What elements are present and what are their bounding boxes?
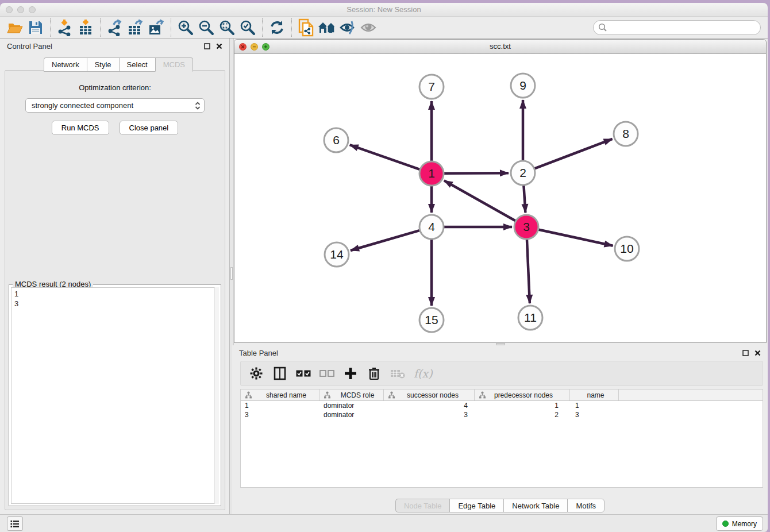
graph-node-label-3: 3: [523, 220, 530, 233]
column-header-successor-nodes[interactable]: successor nodes: [384, 390, 475, 400]
graph-node-label-11: 11: [524, 311, 537, 324]
optimization-criterion-label: Optimization criterion:: [5, 83, 225, 92]
network-canvas[interactable]: 1234678910111415: [234, 54, 766, 342]
tab-edge-table[interactable]: Edge Table: [449, 499, 503, 512]
control-panel: Control Panel Network Style Select MCDS …: [0, 38, 229, 514]
column-header-shared-name[interactable]: shared name: [241, 390, 320, 400]
mcds-result-text[interactable]: 1 3: [11, 287, 219, 504]
tab-network-table[interactable]: Network Table: [503, 499, 567, 512]
float-panel-icon[interactable]: [742, 350, 749, 356]
graph-edge-3-11[interactable]: [527, 239, 530, 303]
attribute-icon: [324, 391, 331, 399]
node-table: shared name MCDS role: [240, 389, 763, 488]
show-columns-button[interactable]: [272, 365, 287, 382]
import-network-icon: [57, 19, 73, 36]
export-image-icon: [148, 19, 165, 36]
status-bar: Memory: [0, 514, 768, 532]
column-header-name[interactable]: name: [570, 390, 619, 400]
function-builder-button: f(x): [414, 367, 433, 380]
export-table-button[interactable]: [125, 18, 146, 37]
column-header-mcds-role[interactable]: MCDS role: [320, 390, 384, 400]
network-window-title: scc.txt: [234, 42, 766, 51]
save-session-button[interactable]: [25, 18, 46, 37]
cell-shared-name[interactable]: 3: [241, 411, 320, 419]
graph-edge-2-3[interactable]: [523, 185, 525, 213]
search-icon: [598, 23, 607, 32]
zoom-selected-button[interactable]: [237, 18, 258, 37]
zoom-selected-icon: [240, 20, 256, 36]
hide-graphics-icon: [339, 20, 356, 35]
select-all-rows-button[interactable]: [296, 365, 311, 382]
cell-successor-nodes[interactable]: 3: [384, 411, 475, 419]
graph-edge-3-1[interactable]: [444, 180, 516, 221]
trash-icon: [368, 367, 380, 380]
run-mcds-button[interactable]: Run MCDS: [52, 121, 109, 135]
memory-label: Memory: [732, 520, 757, 528]
import-network-button[interactable]: [55, 18, 75, 37]
criterion-select[interactable]: strongly connected component: [25, 98, 205, 113]
graph-node-label-14: 14: [330, 248, 344, 261]
search-input[interactable]: [607, 22, 760, 33]
close-panel-icon[interactable]: [216, 43, 222, 49]
column-header-predecessor-nodes[interactable]: predecessor nodes: [475, 390, 570, 400]
zoom-out-button[interactable]: [196, 18, 217, 37]
table-row[interactable]: 1 dominator 4 1 1: [241, 401, 763, 410]
graph-edge-2-8[interactable]: [534, 139, 613, 169]
clone-network-icon: [298, 18, 315, 37]
table-row[interactable]: 3 dominator 3 2 3: [241, 410, 763, 419]
float-panel-icon[interactable]: [204, 43, 210, 49]
tab-network[interactable]: Network: [44, 57, 87, 72]
close-panel-button[interactable]: Close panel: [120, 121, 179, 135]
cell-predecessor-nodes[interactable]: 2: [475, 411, 570, 419]
cell-predecessor-nodes[interactable]: 1: [475, 402, 570, 410]
cell-name[interactable]: 3: [570, 411, 619, 419]
apply-preferred-layout-button[interactable]: [317, 18, 337, 37]
open-file-button[interactable]: [5, 18, 25, 37]
create-column-button[interactable]: [343, 365, 358, 382]
mcds-panel: Optimization criterion: strongly connect…: [5, 70, 225, 510]
graph-node-label-6: 6: [333, 133, 340, 147]
cell-name[interactable]: 1: [570, 402, 619, 410]
export-network-button[interactable]: [105, 18, 125, 37]
toolbar-separator: [100, 18, 101, 37]
search-field[interactable]: [593, 20, 761, 35]
table-header-row: shared name MCDS role: [241, 390, 763, 401]
tab-motifs[interactable]: Motifs: [567, 499, 605, 512]
bird-eye-view-button[interactable]: [358, 18, 379, 37]
result-scrollbar[interactable]: [214, 287, 219, 504]
close-panel-icon[interactable]: [754, 350, 761, 356]
table-panel: Table Panel: [232, 345, 768, 514]
memory-button[interactable]: Memory: [716, 516, 763, 531]
graph-edge-4-14[interactable]: [351, 230, 420, 250]
tab-select[interactable]: Select: [119, 57, 155, 72]
zoom-fit-button[interactable]: [217, 18, 237, 37]
zoom-in-icon: [178, 20, 194, 36]
table-options-button[interactable]: [249, 365, 264, 382]
cell-mcds-role[interactable]: dominator: [320, 402, 384, 410]
graph-edge-3-10[interactable]: [538, 229, 613, 245]
toggle-graphics-details-button[interactable]: [337, 18, 358, 37]
zoom-in-button[interactable]: [175, 18, 196, 37]
network-view-window: scc.txt 1234678910111415: [234, 39, 767, 343]
tab-mcds[interactable]: MCDS: [155, 57, 193, 72]
graph-edge-1-2[interactable]: [444, 173, 509, 174]
toolbar-separator: [291, 18, 292, 37]
delete-column-button[interactable]: [367, 365, 382, 382]
tab-node-table[interactable]: Node Table: [395, 499, 450, 512]
import-table-button[interactable]: [75, 18, 96, 37]
gear-icon: [250, 367, 263, 380]
tab-style[interactable]: Style: [87, 57, 119, 72]
graph-edge-1-6[interactable]: [350, 145, 421, 169]
export-image-button[interactable]: [146, 18, 167, 37]
control-panel-title: Control Panel: [7, 42, 52, 51]
deselect-all-rows-button[interactable]: [319, 365, 334, 382]
splitter-grip[interactable]: [230, 267, 233, 280]
cell-mcds-role[interactable]: dominator: [320, 411, 384, 419]
refresh-view-button[interactable]: [267, 18, 287, 37]
clone-network-button[interactable]: [296, 18, 317, 37]
cell-successor-nodes[interactable]: 4: [384, 402, 475, 410]
graph-node-label-7: 7: [428, 80, 435, 93]
cell-shared-name[interactable]: 1: [241, 402, 320, 410]
task-history-button[interactable]: [7, 516, 23, 531]
unchecked-boxes-icon: [319, 370, 334, 377]
